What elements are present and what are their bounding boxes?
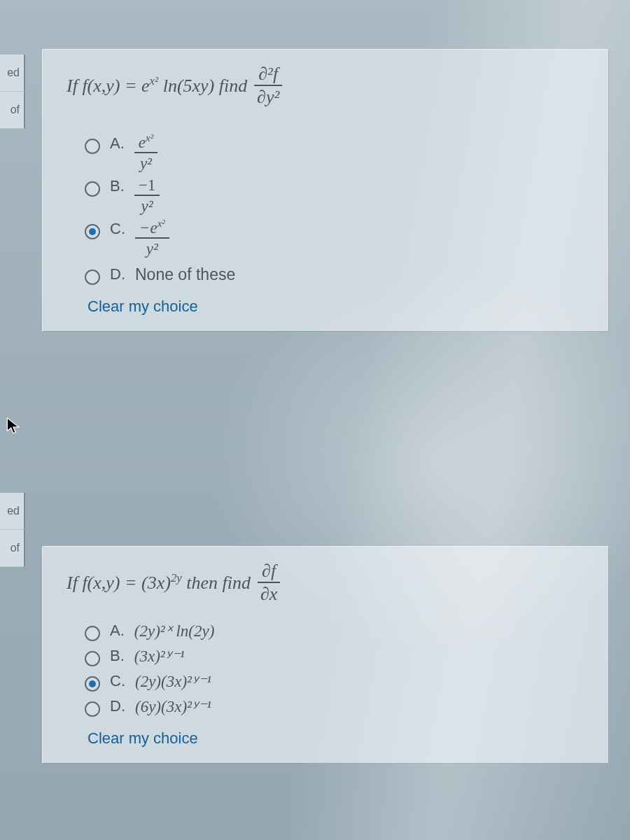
clear-choice-link[interactable]: Clear my choice [88, 729, 589, 748]
option-d[interactable]: D. (6y)(3x)²ʸ⁻¹ [85, 697, 589, 717]
option-b[interactable]: B. (3x)²ʸ⁻¹ [85, 647, 589, 666]
option-d[interactable]: D. None of these [85, 265, 589, 285]
nav-item[interactable]: ed [0, 55, 25, 92]
option-text: (2y)(3x)²ʸ⁻¹ [135, 672, 211, 691]
option-text: (3x)²ʸ⁻¹ [134, 647, 185, 666]
option-a[interactable]: A. ex²y² [85, 134, 589, 172]
option-a[interactable]: A. (2y)²ˣ ln(2y) [85, 622, 589, 641]
question-card-1: If f(x,y) = ex² ln(5xy) find ∂²f∂y² A. e… [42, 49, 609, 332]
nav-label: ed [7, 66, 20, 79]
nav-item[interactable]: ed [0, 493, 25, 530]
radio-b[interactable] [85, 181, 100, 197]
radio-b[interactable] [85, 651, 100, 666]
nav-item[interactable]: of [0, 92, 25, 129]
nav-label: of [10, 104, 20, 116]
nav-label: ed [7, 505, 20, 517]
option-text: (6y)(3x)²ʸ⁻¹ [135, 697, 211, 716]
question-stem: If f(x,y) = (3x)2y then find ∂f∂x [66, 562, 589, 603]
nav-label: of [10, 542, 20, 554]
radio-a[interactable] [85, 626, 100, 641]
answer-options: A. ex²y² B. −1y² C. −ex²y² D. None of th… [85, 134, 589, 316]
radio-d[interactable] [85, 701, 100, 717]
question-stem: If f(x,y) = ex² ln(5xy) find ∂²f∂y² [66, 65, 589, 106]
fraction-denominator: ∂y² [257, 86, 279, 106]
radio-c[interactable] [85, 224, 100, 239]
radio-c[interactable] [85, 676, 100, 692]
mouse-cursor-icon [6, 417, 21, 435]
fraction-denominator: ∂x [260, 583, 277, 603]
option-c[interactable]: C. −ex²y² [85, 220, 589, 257]
clear-choice-link[interactable]: Clear my choice [88, 298, 589, 316]
fraction-numerator: ∂f [258, 562, 280, 583]
nav-item[interactable]: of [0, 530, 25, 567]
question-card-2: If f(x,y) = (3x)2y then find ∂f∂x A. (2y… [42, 546, 609, 764]
answer-options: A. (2y)²ˣ ln(2y) B. (3x)²ʸ⁻¹ C. (2y)(3x)… [85, 622, 589, 748]
option-c[interactable]: C. (2y)(3x)²ʸ⁻¹ [85, 672, 589, 692]
fraction-numerator: ∂²f [254, 65, 282, 86]
option-text: None of these [135, 265, 235, 284]
quiz-screen: ed of ed of If f(x,y) = ex² ln(5xy) find… [0, 0, 630, 840]
radio-d[interactable] [85, 270, 100, 285]
option-text: (2y)²ˣ ln(2y) [134, 622, 215, 640]
option-b[interactable]: B. −1y² [85, 177, 589, 214]
radio-a[interactable] [85, 139, 100, 154]
